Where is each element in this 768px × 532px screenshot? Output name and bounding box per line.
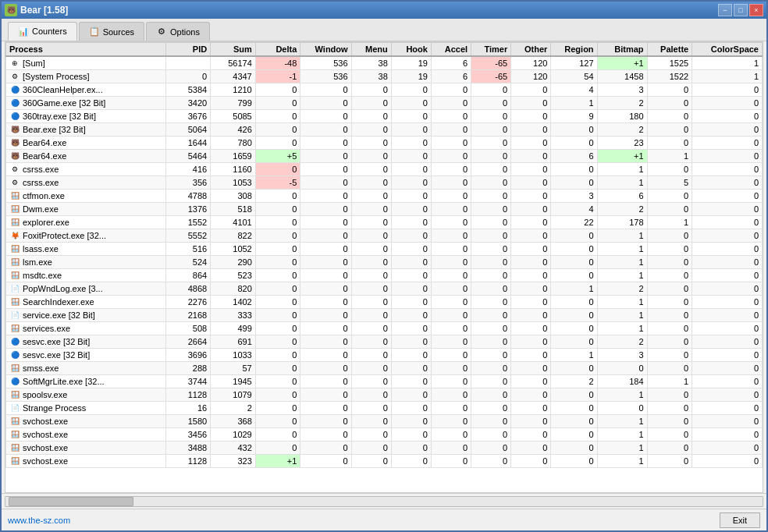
col-region[interactable]: Region xyxy=(551,43,597,57)
tab-options[interactable]: ⚙ Options xyxy=(146,22,210,41)
table-row[interactable]: ⚙ [System Process] 0 4347 -1 536 38 19 6… xyxy=(6,70,763,83)
table-row[interactable]: 🔵 sesvc.exe [32 Bit] 2664 691 0 0 0 0 0 … xyxy=(6,335,763,349)
cell-colorspace: 0 xyxy=(692,216,763,229)
table-row[interactable]: 🪟 svchost.exe 1580 368 0 0 0 0 0 0 0 0 1… xyxy=(6,415,763,428)
col-hook[interactable]: Hook xyxy=(391,43,431,57)
cell-hook: 0 xyxy=(391,335,431,349)
cell-delta: 0 xyxy=(255,216,300,229)
status-bar: www.the-sz.com Exit xyxy=(2,509,766,530)
table-row[interactable]: 🐻 Bear64.exe 1644 780 0 0 0 0 0 0 0 0 23… xyxy=(6,137,763,150)
minimize-button[interactable]: − xyxy=(718,4,732,16)
table-row[interactable]: 📄 service.exe [32 Bit] 2168 333 0 0 0 0 … xyxy=(6,309,763,322)
cell-sum: 426 xyxy=(211,123,256,137)
table-row[interactable]: 🔵 360Game.exe [32 Bit] 3420 799 0 0 0 0 … xyxy=(6,97,763,110)
cell-hook: 0 xyxy=(391,455,431,468)
website-link[interactable]: www.the-sz.com xyxy=(8,516,70,525)
cell-hook: 0 xyxy=(391,296,431,309)
cell-colorspace: 0 xyxy=(692,362,763,375)
process-icon: 🦊 xyxy=(9,230,20,241)
col-pid[interactable]: PID xyxy=(165,43,211,57)
cell-other: 0 xyxy=(511,428,551,442)
cell-other: 0 xyxy=(511,375,551,388)
col-menu[interactable]: Menu xyxy=(351,43,391,57)
tab-sources[interactable]: 📋 Sources xyxy=(79,22,144,41)
cell-sum: 780 xyxy=(211,137,256,150)
cell-accel: 0 xyxy=(431,243,471,256)
window-title: Bear [1.58] xyxy=(20,5,68,16)
table-row[interactable]: 🪟 spoolsv.exe 1128 1079 0 0 0 0 0 0 0 0 … xyxy=(6,388,763,402)
table-row[interactable]: ⚙ csrss.exe 416 1160 0 0 0 0 0 0 0 0 1 0… xyxy=(6,163,763,176)
cell-palette: 0 xyxy=(647,335,692,349)
table-row[interactable]: ⚙ csrss.exe 356 1053 -5 0 0 0 0 0 0 0 1 … xyxy=(6,176,763,190)
table-row[interactable]: 🐻 Bear.exe [32 Bit] 5064 426 0 0 0 0 0 0… xyxy=(6,123,763,137)
cell-colorspace: 1 xyxy=(692,56,763,70)
table-row[interactable]: 🪟 explorer.exe 1552 4101 0 0 0 0 0 0 0 2… xyxy=(6,216,763,229)
cell-menu: 0 xyxy=(351,296,391,309)
table-row[interactable]: 🪟 services.exe 508 499 0 0 0 0 0 0 0 0 1… xyxy=(6,322,763,335)
horizontal-scrollbar-thumb[interactable] xyxy=(9,497,133,506)
col-process[interactable]: Process xyxy=(6,43,166,57)
cell-other: 0 xyxy=(511,150,551,163)
cell-bitmap: +1 xyxy=(597,56,647,70)
cell-delta: -48 xyxy=(255,56,300,70)
col-delta[interactable]: Delta xyxy=(255,43,300,57)
cell-other: 0 xyxy=(511,335,551,349)
table-row[interactable]: 🪟 ctfmon.exe 4788 308 0 0 0 0 0 0 0 3 6 … xyxy=(6,190,763,203)
table-row[interactable]: 📄 Strange Process 16 2 0 0 0 0 0 0 0 0 0… xyxy=(6,402,763,415)
table-container[interactable]: Process PID Sum Delta Window Menu Hook A… xyxy=(5,42,763,492)
col-accel[interactable]: Accel xyxy=(431,43,471,57)
col-palette[interactable]: Palette xyxy=(647,43,692,57)
cell-window: 0 xyxy=(300,349,351,362)
table-row[interactable]: 🔵 sesvc.exe [32 Bit] 3696 1033 0 0 0 0 0… xyxy=(6,349,763,362)
cell-region: 0 xyxy=(551,269,597,282)
table-row[interactable]: 🪟 smss.exe 288 57 0 0 0 0 0 0 0 0 0 0 0 xyxy=(6,362,763,375)
cell-other: 0 xyxy=(511,349,551,362)
main-content: Process PID Sum Delta Window Menu Hook A… xyxy=(5,41,763,493)
cell-window: 0 xyxy=(300,110,351,123)
close-button[interactable]: × xyxy=(749,4,763,16)
cell-other: 120 xyxy=(511,70,551,83)
cell-colorspace: 0 xyxy=(692,203,763,216)
table-row[interactable]: ⊕ [Sum] 56174 -48 536 38 19 6 -65 120 12… xyxy=(6,56,763,70)
table-row[interactable]: 🪟 lsm.exe 524 290 0 0 0 0 0 0 0 0 1 0 0 xyxy=(6,256,763,269)
cell-region: 0 xyxy=(551,335,597,349)
horizontal-scrollbar-area xyxy=(2,493,766,509)
table-row[interactable]: 🪟 svchost.exe 3488 432 0 0 0 0 0 0 0 0 1… xyxy=(6,442,763,455)
col-window[interactable]: Window xyxy=(300,43,351,57)
table-row[interactable]: 🪟 Dwm.exe 1376 518 0 0 0 0 0 0 0 4 2 0 0 xyxy=(6,203,763,216)
col-sum[interactable]: Sum xyxy=(211,43,256,57)
table-row[interactable]: 🔵 360tray.exe [32 Bit] 3676 5085 0 0 0 0… xyxy=(6,110,763,123)
table-row[interactable]: 🪟 svchost.exe 1128 323 +1 0 0 0 0 0 0 0 … xyxy=(6,455,763,468)
table-row[interactable]: 🪟 msdtc.exe 864 523 0 0 0 0 0 0 0 0 1 0 … xyxy=(6,269,763,282)
table-row[interactable]: 🪟 lsass.exe 516 1052 0 0 0 0 0 0 0 0 1 0… xyxy=(6,243,763,256)
exit-button[interactable]: Exit xyxy=(720,512,760,528)
cell-hook: 0 xyxy=(391,415,431,428)
cell-pid: 1552 xyxy=(165,216,211,229)
col-bitmap[interactable]: Bitmap xyxy=(597,43,647,57)
process-name: sesvc.exe [32 Bit] xyxy=(23,350,90,360)
table-row[interactable]: 🔵 SoftMgrLite.exe [32... 3744 1945 0 0 0… xyxy=(6,375,763,388)
table-row[interactable]: 🪟 SearchIndexer.exe 2276 1402 0 0 0 0 0 … xyxy=(6,296,763,309)
cell-hook: 0 xyxy=(391,216,431,229)
table-row[interactable]: 🪟 svchost.exe 3456 1029 0 0 0 0 0 0 0 0 … xyxy=(6,428,763,442)
horizontal-scrollbar[interactable] xyxy=(5,496,763,507)
cell-sum: 499 xyxy=(211,322,256,335)
cell-other: 0 xyxy=(511,388,551,402)
table-row[interactable]: 🦊 FoxitProtect.exe [32... 5552 822 0 0 0… xyxy=(6,229,763,243)
cell-menu: 0 xyxy=(351,282,391,296)
cell-region: 0 xyxy=(551,402,597,415)
table-row[interactable]: 📄 PopWndLog.exe [3... 4868 820 0 0 0 0 0… xyxy=(6,282,763,296)
cell-bitmap: 0 xyxy=(597,362,647,375)
tab-counters[interactable]: 📊 Counters xyxy=(8,22,77,41)
table-row[interactable]: 🔵 360CleanHelper.ex... 5384 1210 0 0 0 0… xyxy=(6,83,763,97)
maximize-button[interactable]: □ xyxy=(734,4,748,16)
cell-pid: 864 xyxy=(165,269,211,282)
cell-delta: 0 xyxy=(255,388,300,402)
col-colorspace[interactable]: ColorSpace xyxy=(692,43,763,57)
cell-accel: 6 xyxy=(431,56,471,70)
cell-colorspace: 0 xyxy=(692,282,763,296)
cell-bitmap: 1 xyxy=(597,388,647,402)
col-other[interactable]: Other xyxy=(511,43,551,57)
col-timer[interactable]: Timer xyxy=(471,43,511,57)
table-row[interactable]: 🐻 Bear64.exe 5464 1659 +5 0 0 0 0 0 0 6 … xyxy=(6,150,763,163)
